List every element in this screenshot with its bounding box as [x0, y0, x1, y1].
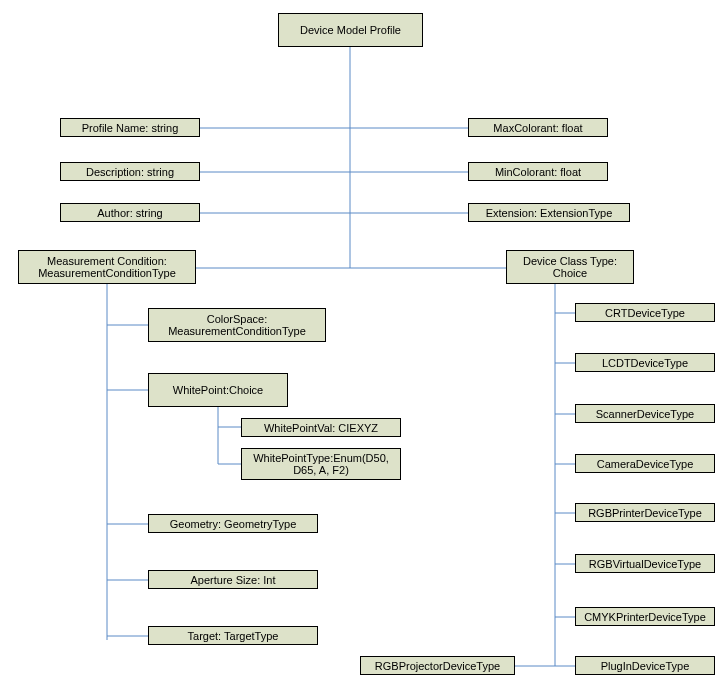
dc-type-0: CRTDeviceType	[575, 303, 715, 322]
attr-max-colorant: MaxColorant: float	[468, 118, 608, 137]
root-node: Device Model Profile	[278, 13, 423, 47]
device-class-node: Device Class Type: Choice	[506, 250, 634, 284]
dc-type-2: ScannerDeviceType	[575, 404, 715, 423]
m-target: Target: TargetType	[148, 626, 318, 645]
dc-type-3: CameraDeviceType	[575, 454, 715, 473]
m-aperture: Aperture Size: Int	[148, 570, 318, 589]
attr-description: Description: string	[60, 162, 200, 181]
attr-author: Author: string	[60, 203, 200, 222]
attr-extension: Extension: ExtensionType	[468, 203, 630, 222]
connector-layer	[0, 0, 726, 692]
dc-type-4: RGBPrinterDeviceType	[575, 503, 715, 522]
m-geometry: Geometry: GeometryType	[148, 514, 318, 533]
m-whitepoint-val: WhitePointVal: CIEXYZ	[241, 418, 401, 437]
dc-type-1: LCDTDeviceType	[575, 353, 715, 372]
diagram-canvas: Device Model Profile Profile Name: strin…	[0, 0, 726, 692]
dc-type-6: CMYKPrinterDeviceType	[575, 607, 715, 626]
attr-profile-name: Profile Name: string	[60, 118, 200, 137]
dc-type-5: RGBVirtualDeviceType	[575, 554, 715, 573]
dc-projector: RGBProjectorDeviceType	[360, 656, 515, 675]
attr-min-colorant: MinColorant: float	[468, 162, 608, 181]
m-colorspace: ColorSpace: MeasurementConditionType	[148, 308, 326, 342]
m-whitepoint-type: WhitePointType:Enum(D50, D65, A, F2)	[241, 448, 401, 480]
measurement-node: Measurement Condition: MeasurementCondit…	[18, 250, 196, 284]
m-whitepoint: WhitePoint:Choice	[148, 373, 288, 407]
dc-type-7: PlugInDeviceType	[575, 656, 715, 675]
